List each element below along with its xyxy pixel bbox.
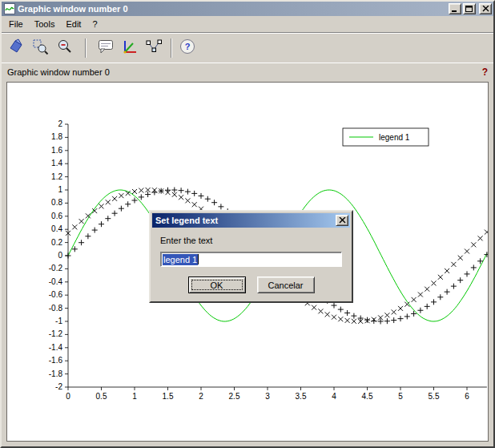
svg-text:-0.8: -0.8	[49, 304, 63, 313]
toolbar-separator	[85, 38, 87, 58]
text-caret	[198, 254, 199, 264]
infobar-label: Graphic window number 0	[7, 67, 110, 77]
svg-text:0.4: 0.4	[51, 224, 62, 233]
svg-text:4.5: 4.5	[362, 392, 373, 401]
datatip-button[interactable]	[143, 37, 165, 59]
svg-text:0.5: 0.5	[96, 392, 107, 401]
svg-text:legend 1: legend 1	[379, 133, 410, 142]
dialog-title: Set legend text	[155, 216, 336, 225]
rotate-icon	[7, 38, 25, 58]
svg-text:1.2: 1.2	[51, 172, 62, 181]
menu-edit[interactable]: Edit	[60, 18, 87, 30]
svg-text:0.6: 0.6	[51, 212, 62, 220]
rotate-button[interactable]	[5, 37, 27, 59]
svg-text:-1.8: -1.8	[49, 369, 63, 378]
svg-text:-1.6: -1.6	[49, 356, 63, 365]
svg-text:0.2: 0.2	[51, 238, 62, 247]
ged-button[interactable]	[95, 37, 117, 59]
dialog-titlebar[interactable]: Set legend text	[152, 213, 350, 228]
svg-text:4: 4	[332, 392, 336, 401]
svg-text:-0.4: -0.4	[49, 277, 63, 286]
svg-text:-1: -1	[55, 317, 62, 325]
zoom-out-icon	[55, 38, 73, 58]
figure-properties-button[interactable]	[119, 37, 141, 59]
menubar: File Tools Edit ?	[2, 16, 493, 32]
svg-text:2.5: 2.5	[229, 392, 240, 401]
menu-help[interactable]: ?	[87, 18, 103, 30]
dialog-prompt: Enter the text	[160, 236, 342, 245]
svg-text:-0.2: -0.2	[49, 264, 63, 272]
input-selected-text: legend 1	[163, 254, 198, 265]
svg-text:-2: -2	[55, 382, 62, 391]
legend-text-input[interactable]: legend 1	[160, 252, 342, 267]
dialog-body: Enter the text legend 1 OK Cancelar	[151, 229, 352, 301]
help-button[interactable]: ?	[176, 37, 199, 59]
dialog-buttons: OK Cancelar	[160, 276, 342, 293]
close-button[interactable]	[479, 3, 492, 14]
window-title: Graphic window number 0	[18, 4, 449, 14]
legend-dialog: Set legend text Enter the text legend 1 …	[149, 210, 353, 303]
window-controls	[449, 3, 492, 14]
svg-text:1: 1	[132, 392, 137, 401]
svg-text:1.8: 1.8	[51, 132, 62, 141]
svg-text:3: 3	[265, 392, 270, 401]
svg-text:?: ?	[185, 42, 191, 51]
window-titlebar[interactable]: Graphic window number 0	[2, 2, 493, 16]
svg-text:5: 5	[398, 392, 403, 401]
datatip-icon	[145, 38, 163, 58]
svg-text:0: 0	[66, 392, 70, 401]
svg-text:5.5: 5.5	[429, 392, 440, 401]
infobar: Graphic window number 0 ?	[2, 63, 493, 80]
ok-button[interactable]: OK	[188, 276, 246, 293]
app-icon	[4, 3, 15, 14]
help-icon: ?	[179, 38, 196, 58]
toolbar-separator	[171, 38, 172, 58]
svg-text:1: 1	[58, 185, 62, 194]
zoom-out-button[interactable]	[53, 37, 75, 59]
figure-properties-icon	[121, 38, 139, 58]
ged-icon	[97, 38, 115, 58]
menu-tools[interactable]: Tools	[29, 18, 61, 30]
cancel-button[interactable]: Cancelar	[257, 276, 315, 293]
svg-text:-1.4: -1.4	[49, 343, 63, 352]
infobar-help[interactable]: ?	[482, 67, 488, 78]
toolbar: ?	[2, 32, 493, 63]
svg-text:2: 2	[58, 119, 62, 128]
menu-file[interactable]: File	[3, 18, 29, 30]
svg-text:1.4: 1.4	[51, 159, 62, 167]
svg-text:1.6: 1.6	[51, 146, 62, 155]
zoom-area-button[interactable]	[29, 37, 51, 59]
svg-text:0.8: 0.8	[51, 198, 62, 207]
svg-text:-1.2: -1.2	[49, 329, 63, 338]
svg-text:3.5: 3.5	[296, 392, 307, 401]
zoom-area-icon	[31, 38, 49, 58]
svg-text:0: 0	[58, 251, 62, 260]
svg-text:1.5: 1.5	[163, 392, 174, 401]
maximize-button[interactable]	[463, 3, 476, 14]
svg-text:6: 6	[465, 392, 469, 401]
svg-text:-0.6: -0.6	[49, 290, 63, 299]
dialog-close-button[interactable]	[336, 215, 348, 226]
svg-text:2: 2	[199, 392, 203, 401]
minimize-button[interactable]	[449, 3, 461, 14]
